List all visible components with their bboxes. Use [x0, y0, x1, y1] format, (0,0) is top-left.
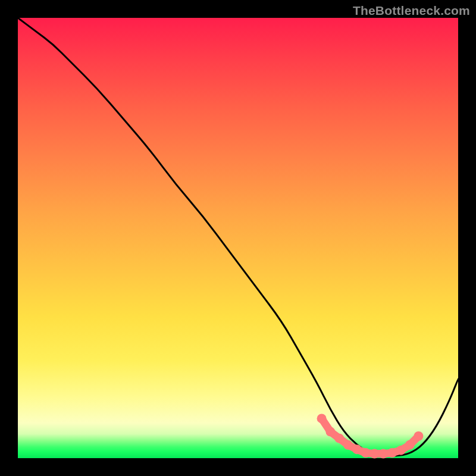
marker-dot [325, 427, 335, 437]
marker-dot [369, 449, 379, 459]
bottleneck-curve [18, 18, 458, 456]
chart-frame: TheBottleneck.com [0, 0, 476, 476]
marker-dot [343, 440, 353, 450]
marker-dot [334, 434, 344, 443]
chart-svg [18, 18, 458, 458]
marker-dot [361, 448, 371, 458]
marker-dot [317, 414, 327, 423]
optimal-zone-markers [317, 414, 424, 458]
marker-dot [387, 448, 397, 458]
marker-dot [414, 431, 423, 441]
marker-dot [405, 440, 415, 450]
marker-dot [352, 444, 362, 454]
marker-dot [396, 446, 406, 455]
plot-area [18, 18, 458, 458]
marker-dot [378, 449, 388, 459]
watermark-text: TheBottleneck.com [353, 4, 470, 18]
